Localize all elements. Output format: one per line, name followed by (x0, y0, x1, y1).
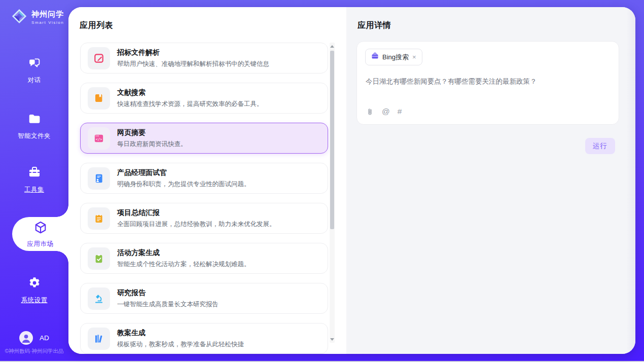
gear-icon (27, 276, 42, 292)
app-card-desc: 快速精准查找学术资源，提高研究效率的必备工具。 (117, 100, 263, 108)
sidebar-item-settings[interactable]: 系统设置 (0, 276, 68, 305)
app-card-title: 产品经理面试官 (117, 168, 251, 177)
logo-title: 神州问学 (31, 10, 64, 19)
app-list-title: 应用列表 (80, 20, 113, 31)
sidebar-item-app-market[interactable]: 应用市场 (12, 217, 68, 251)
app-card-title: 活动方案生成 (117, 248, 251, 258)
sidebar-item-label: 应用市场 (27, 240, 54, 248)
sidebar-item-chat[interactable]: 对话 (0, 56, 68, 85)
app-card-research-report[interactable]: 研究报告 一键智能生成高质量长文本研究报告 (80, 283, 328, 314)
doc-edit-icon (88, 47, 110, 69)
app-list-panel: 应用列表 招标文件解析 帮助用户快速、准确地 (68, 7, 346, 354)
cube-icon (33, 220, 48, 237)
book-icon (88, 87, 110, 110)
avatar (19, 331, 33, 345)
app-card-title: 招标文件解析 (117, 48, 269, 57)
sidebar-item-toolset[interactable]: 工具集 (0, 165, 68, 194)
sidebar-item-smart-folders[interactable]: 智能文件夹 (0, 112, 68, 140)
app-card-title: 研究报告 (117, 288, 219, 298)
scroll-down-arrow[interactable] (330, 336, 335, 343)
app-card-desc: 智能生成个性化活动方案，轻松解决规划难题。 (117, 260, 251, 269)
app-card-desc: 模板驱动，教案秒成，教学准备从此轻松快捷 (117, 340, 244, 349)
user-initials: AD (40, 334, 49, 342)
app-card-list: 招标文件解析 帮助用户快速、准确地理解和解析招标书中的关键信息 (80, 43, 328, 354)
run-button[interactable]: 运行 (585, 138, 615, 154)
logo: 神州问学 Smart Vision (11, 8, 64, 26)
app-card-literature-search[interactable]: 文献搜索 快速精准查找学术资源，提高研究效率的必备工具。 (80, 83, 328, 114)
user-account[interactable]: AD (0, 331, 68, 345)
chat-icon (27, 56, 42, 72)
app-card-desc: 一键智能生成高质量长文本研究报告 (117, 300, 219, 309)
app-card-project-report[interactable]: 项目总结汇报 全面回顾项目进展，总结经验教训，助力未来优化发展。 (80, 203, 328, 234)
sidebar-item-label: 系统设置 (21, 296, 48, 305)
doc-person-icon (88, 167, 110, 190)
app-card-event-plan[interactable]: 活动方案生成 智能生成个性化活动方案，轻松解决规划难题。 (80, 243, 328, 274)
app-window: 神州问学 Smart Vision 对话 智能文件夹 (0, 0, 644, 362)
sidebar-item-label: 工具集 (24, 186, 44, 194)
tool-tag-bing-search[interactable]: Bing搜索 × (365, 49, 422, 65)
browser-code-icon: </> (88, 127, 110, 150)
app-card-title: 教案生成 (117, 329, 244, 338)
diamond-logo-icon (11, 8, 27, 26)
app-card-title: 文献搜索 (117, 88, 263, 97)
app-card-bid-parse[interactable]: 招标文件解析 帮助用户快速、准确地理解和解析招标书中的关键信息 (80, 43, 328, 74)
app-detail-panel: 应用详情 Bing搜索 × 今日湖北有哪些新闻要点？有哪些需要关注的最新政策？ (346, 7, 635, 354)
app-card-pm-interviewer[interactable]: 产品经理面试官 明确身份和职责，为您提供专业性的面试问题。 (80, 163, 328, 194)
scrollbar-thumb[interactable] (330, 51, 334, 229)
app-detail-title: 应用详情 (357, 20, 391, 31)
app-card-desc: 帮助用户快速、准确地理解和解析招标书中的关键信息 (117, 60, 269, 68)
toolbox-icon (27, 165, 42, 182)
sidebar-item-label: 对话 (28, 76, 41, 85)
clipboard-check-icon (88, 247, 110, 270)
svg-text:</>: </> (96, 137, 102, 141)
tag-close-icon[interactable]: × (412, 54, 416, 60)
sidebar: 神州问学 Smart Vision 对话 智能文件夹 (0, 0, 68, 361)
prompt-text[interactable]: 今日湖北有哪些新闻要点？有哪些需要关注的最新政策？ (366, 77, 611, 86)
app-card-web-summary[interactable]: </> 网页摘要 每日政府新闻资讯快查。 (80, 123, 328, 154)
paperclip-icon[interactable] (366, 107, 374, 116)
books-icon (88, 328, 110, 350)
briefcase-icon (371, 52, 379, 62)
content-shell: 应用列表 招标文件解析 帮助用户快速、准确地 (68, 7, 635, 354)
scroll-up-arrow[interactable] (330, 43, 335, 50)
tool-tag-label: Bing搜索 (382, 53, 409, 62)
logo-subtitle: Smart Vision (31, 20, 64, 25)
app-card-title: 网页摘要 (117, 128, 187, 137)
sidebar-item-label: 智能文件夹 (18, 132, 51, 140)
list-scrollbar[interactable] (330, 43, 335, 343)
app-card-title: 项目总结汇报 (117, 208, 276, 218)
at-mention-icon[interactable]: @ (382, 107, 390, 116)
app-card-lesson-plan[interactable]: 教案生成 模板驱动，教案秒成，教学准备从此轻松快捷 (80, 323, 328, 354)
app-card-desc: 明确身份和职责，为您提供专业性的面试问题。 (117, 180, 251, 189)
hash-tag-icon[interactable]: # (398, 107, 402, 116)
copyright-text: ©神州数码·神州问学出品 (0, 348, 68, 355)
prompt-toolbar: @ # (366, 107, 402, 116)
notepad-icon (88, 207, 110, 230)
app-card-desc: 全面回顾项目进展，总结经验教训，助力未来优化发展。 (117, 220, 276, 229)
app-card-desc: 每日政府新闻资讯快查。 (117, 140, 187, 149)
folder-icon (27, 112, 42, 128)
prompt-editor[interactable]: Bing搜索 × 今日湖北有哪些新闻要点？有哪些需要关注的最新政策？ @ # (356, 41, 619, 125)
microscope-icon (88, 287, 110, 310)
